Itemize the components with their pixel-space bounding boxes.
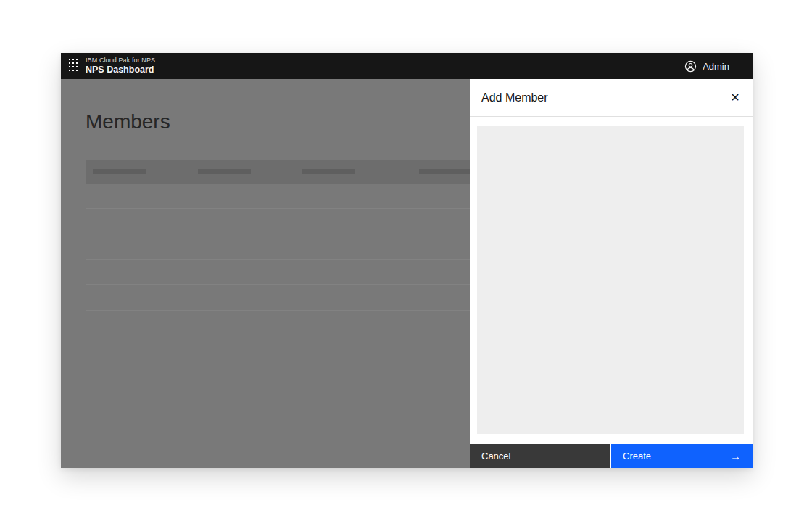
page-title: Members bbox=[86, 110, 170, 133]
user-menu-button[interactable]: Admin bbox=[684, 60, 753, 73]
add-member-side-panel: Add Member ✕ Cancel Create → bbox=[470, 79, 753, 468]
skeleton-bar bbox=[419, 169, 472, 174]
cancel-button[interactable]: Cancel bbox=[470, 444, 610, 468]
header-titles: IBM Cloud Pak for NPS NPS Dashboard bbox=[86, 57, 155, 75]
arrow-right-icon: → bbox=[730, 450, 741, 462]
skeleton-bar bbox=[302, 169, 355, 174]
form-placeholder bbox=[477, 126, 744, 434]
side-panel-header: Add Member ✕ bbox=[470, 79, 753, 117]
app-window: IBM Cloud Pak for NPS NPS Dashboard Admi… bbox=[61, 53, 753, 468]
close-icon[interactable]: ✕ bbox=[724, 86, 747, 110]
side-panel-title: Add Member bbox=[481, 91, 548, 104]
side-panel-footer: Cancel Create → bbox=[470, 444, 753, 468]
product-title: NPS Dashboard bbox=[86, 65, 155, 75]
app-header: IBM Cloud Pak for NPS NPS Dashboard Admi… bbox=[61, 53, 753, 79]
side-panel-body bbox=[470, 117, 753, 444]
skeleton-bar bbox=[93, 169, 146, 174]
create-button[interactable]: Create → bbox=[611, 444, 753, 468]
platform-title: IBM Cloud Pak for NPS bbox=[86, 57, 155, 65]
user-avatar-icon bbox=[684, 60, 697, 73]
app-switcher-icon bbox=[69, 59, 78, 73]
app-switcher-button[interactable] bbox=[61, 53, 86, 79]
user-label: Admin bbox=[703, 61, 729, 72]
create-button-label: Create bbox=[623, 451, 651, 461]
skeleton-bar bbox=[198, 169, 251, 174]
